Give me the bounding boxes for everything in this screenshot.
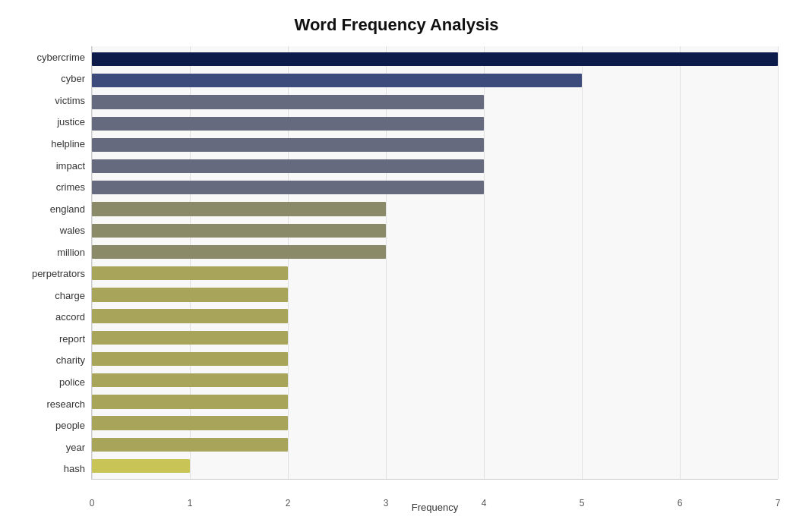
y-label: england bbox=[50, 198, 85, 220]
chart-container: Word Frequency Analysis cybercrimecyberv… bbox=[0, 0, 793, 532]
bar bbox=[92, 117, 484, 131]
bar bbox=[92, 395, 288, 408]
bar-row bbox=[92, 156, 778, 177]
y-label: police bbox=[59, 371, 85, 393]
x-tick-label: 7 bbox=[776, 498, 781, 508]
y-label: year bbox=[66, 436, 85, 458]
y-label: people bbox=[55, 414, 85, 436]
x-tick-label: 4 bbox=[482, 498, 487, 508]
bar-row bbox=[92, 305, 778, 326]
bar bbox=[92, 181, 484, 194]
bar bbox=[92, 245, 386, 259]
y-label: report bbox=[59, 328, 85, 350]
bar bbox=[92, 52, 778, 66]
x-tick-label: 5 bbox=[580, 498, 585, 508]
y-label: charge bbox=[55, 285, 85, 307]
bar bbox=[92, 74, 582, 87]
x-tick-label: 2 bbox=[286, 498, 291, 508]
bar-row bbox=[92, 434, 778, 455]
y-label: victims bbox=[55, 90, 85, 112]
bar-row bbox=[92, 91, 778, 112]
bar bbox=[92, 202, 386, 216]
bar-row bbox=[92, 391, 778, 412]
bar-row bbox=[92, 327, 778, 348]
bar-row bbox=[92, 412, 778, 433]
bar-row bbox=[92, 198, 778, 219]
chart-area: cybercrimecybervictimsjusticehelplineimp… bbox=[15, 46, 778, 480]
bar-row bbox=[92, 455, 778, 477]
x-tick-label: 6 bbox=[678, 498, 683, 508]
y-label: impact bbox=[56, 155, 85, 177]
bar bbox=[92, 309, 288, 323]
bar bbox=[92, 459, 190, 473]
y-label: cyber bbox=[61, 68, 85, 90]
bar bbox=[92, 224, 386, 238]
bar-row bbox=[92, 49, 778, 70]
bar-row bbox=[92, 370, 778, 391]
y-label: justice bbox=[57, 112, 85, 134]
x-tick-label: 3 bbox=[384, 498, 389, 508]
bar-row bbox=[92, 177, 778, 198]
bar bbox=[92, 373, 288, 387]
y-label: million bbox=[57, 241, 85, 263]
bar-row bbox=[92, 263, 778, 284]
bars-container bbox=[92, 46, 778, 479]
bar-row bbox=[92, 220, 778, 241]
y-label: charity bbox=[56, 350, 85, 372]
chart-title: Word Frequency Analysis bbox=[15, 15, 778, 35]
bar-row bbox=[92, 348, 778, 370]
bar-row bbox=[92, 113, 778, 134]
bar-row bbox=[92, 70, 778, 91]
x-axis-title: Frequency bbox=[412, 502, 458, 513]
y-label: perpetrators bbox=[32, 263, 85, 285]
bar bbox=[92, 416, 288, 430]
bar bbox=[92, 138, 484, 152]
y-label: cybercrime bbox=[36, 46, 85, 68]
grid-line bbox=[778, 46, 779, 479]
x-tick-label: 1 bbox=[188, 498, 193, 508]
bar-row bbox=[92, 284, 778, 305]
bar bbox=[92, 95, 484, 109]
bar bbox=[92, 331, 288, 345]
bar bbox=[92, 159, 484, 173]
bar bbox=[92, 352, 288, 366]
x-tick-label: 0 bbox=[90, 498, 95, 508]
y-axis: cybercrimecybervictimsjusticehelplineimp… bbox=[15, 46, 91, 480]
y-label: accord bbox=[55, 307, 85, 329]
y-label: helpline bbox=[51, 133, 85, 155]
bar-row bbox=[92, 241, 778, 263]
bar bbox=[92, 438, 288, 452]
bar-row bbox=[92, 134, 778, 156]
y-label: wales bbox=[60, 219, 85, 241]
plot-area: 01234567 Frequency bbox=[91, 46, 778, 480]
bar bbox=[92, 288, 288, 301]
y-label: research bbox=[46, 393, 85, 415]
y-label: crimes bbox=[56, 176, 85, 198]
y-label: hash bbox=[64, 458, 85, 480]
bar bbox=[92, 266, 288, 280]
